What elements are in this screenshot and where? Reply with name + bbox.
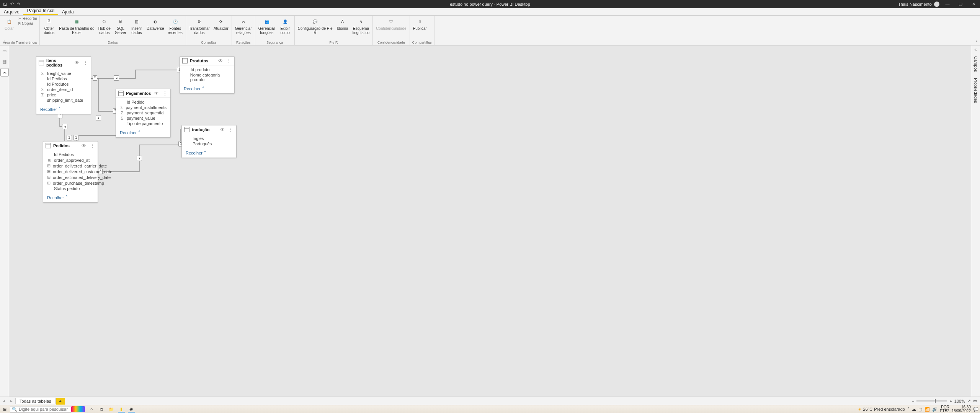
taskbar-search[interactable]: 🔍 Digite aqui para pesquisar [10, 406, 71, 413]
zoom-slider[interactable] [916, 400, 947, 402]
notifications-icon[interactable]: 💬 [973, 407, 978, 412]
table-field[interactable]: Σpayment_value [116, 115, 170, 121]
table-field[interactable]: Σorder_item_id [36, 87, 91, 92]
maximize-button[interactable]: ▢ [956, 2, 965, 7]
table-field[interactable]: Id produto [180, 67, 234, 72]
visibility-icon[interactable]: 👁 [219, 127, 225, 132]
qna-setup-button[interactable]: 💬Configuração de P e R [297, 16, 333, 36]
minimize-button[interactable]: — [942, 2, 952, 7]
data-view-icon[interactable]: ▦ [1, 58, 8, 65]
report-view-icon[interactable]: ▭ [1, 47, 8, 55]
table-field[interactable]: Σprice [36, 92, 91, 98]
table-field[interactable]: ⊞order_approved_at [43, 157, 98, 163]
news-widget-icon[interactable] [71, 406, 85, 412]
table-card-itens-pedidos[interactable]: Itens pedidos 👁 ⋮ Σfreight_value Id Pedi… [36, 56, 91, 114]
model-view-icon[interactable]: ⫘ [1, 68, 8, 76]
publish-button[interactable]: ⇪Publicar [412, 16, 428, 31]
fit-icon[interactable]: ⤢ [967, 398, 971, 403]
copy-button[interactable]: ⎘Copiar [18, 21, 37, 26]
table-field[interactable]: Σpayment_installments [116, 105, 170, 110]
collapse-link[interactable]: Recolher˄ [182, 148, 236, 158]
tabs-next-icon[interactable]: ▸ [8, 398, 15, 403]
table-field[interactable]: Id Pedidos [43, 152, 98, 157]
linguistic-schema-button[interactable]: AEsquema linguístico [352, 16, 370, 36]
collapse-link[interactable]: Recolher˄ [180, 84, 234, 93]
table-field[interactable]: Português [182, 141, 236, 146]
wifi-icon[interactable]: 📶 [924, 407, 930, 412]
table-field[interactable]: Nome categoria produto [180, 72, 234, 82]
collapse-link[interactable]: Recolher˄ [116, 128, 170, 137]
table-card-pedidos[interactable]: Pedidos 👁 ⋮ Id Pedidos ⊞order_approved_a… [43, 141, 98, 203]
onedrive-icon[interactable]: ☁ [912, 407, 916, 412]
table-field[interactable]: ⊞order_delivered_carrier_date [43, 163, 98, 169]
start-button[interactable]: ⊞ [0, 407, 9, 412]
battery-icon[interactable]: ▢ [918, 407, 922, 412]
language-button[interactable]: AIdioma [336, 16, 350, 31]
close-button[interactable]: ✕ [969, 2, 978, 7]
table-field[interactable]: Σpayment_sequential [116, 110, 170, 115]
layout-tab[interactable]: Todas as tabelas [15, 398, 56, 404]
table-field[interactable]: Σfreight_value [36, 71, 91, 76]
task-view-icon[interactable]: ⧉ [98, 406, 105, 413]
redo-icon[interactable]: ↷ [17, 2, 20, 7]
clock[interactable]: 16:39 15/09/2022 [952, 405, 971, 413]
more-icon[interactable]: ⋮ [162, 91, 168, 96]
menu-file[interactable]: Arquivo [0, 8, 23, 15]
data-hub-button[interactable]: ⎔Hub de dados [98, 16, 111, 36]
table-field[interactable]: ⊞order_estimated_delivery_date [43, 174, 98, 180]
collapse-link[interactable]: Recolher˄ [36, 104, 91, 114]
table-field[interactable]: ⊞order_delivered_customer_date [43, 169, 98, 174]
table-card-pagamentos[interactable]: Pagamentos 👁 ⋮ Id Pedido Σpayment_instal… [116, 89, 171, 138]
table-field[interactable]: Tipo de pagamento [116, 121, 170, 126]
weather-widget[interactable]: ☀ 26°C Pred ensolarado [858, 407, 905, 412]
expand-panes-icon[interactable]: « [974, 46, 977, 53]
visibility-icon[interactable]: 👁 [81, 143, 87, 148]
menu-home[interactable]: Página Inicial [23, 7, 58, 15]
cortana-icon[interactable]: ○ [88, 406, 95, 413]
chrome-icon[interactable]: ◉ [128, 406, 135, 413]
transform-data-button[interactable]: ⚙Transformar dados [188, 16, 211, 36]
properties-pane-tab[interactable]: Propriedades [973, 75, 978, 106]
explorer-icon[interactable]: 📁 [108, 406, 115, 413]
table-field[interactable]: ⊞order_purchase_timestamp [43, 180, 98, 186]
manage-relations-button[interactable]: ⫘Gerenciar relações [234, 16, 253, 36]
excel-button[interactable]: ▦Pasta de trabalho do Excel [58, 16, 95, 36]
refresh-button[interactable]: ⟳Atualizar [213, 16, 229, 31]
table-field[interactable]: Id Pedidos [36, 76, 91, 81]
volume-icon[interactable]: 🔊 [932, 407, 938, 412]
zoom-out-icon[interactable]: − [912, 399, 914, 403]
view-as-button[interactable]: 👤Exibir como [278, 16, 292, 36]
zoom-reset-icon[interactable]: ▭ [973, 398, 977, 403]
manage-roles-button[interactable]: 👥Gerenciar funções [258, 16, 276, 36]
more-icon[interactable]: ⋮ [89, 143, 95, 148]
sql-button[interactable]: 🛢SQL Server [114, 16, 127, 36]
table-field[interactable]: Status pedido [43, 186, 98, 191]
more-icon[interactable]: ⋮ [226, 58, 232, 63]
save-icon[interactable]: 🖫 [3, 2, 7, 7]
table-field[interactable]: Id Pedido [116, 99, 170, 105]
get-data-button[interactable]: 🗄Obter dados [42, 16, 56, 36]
powerbi-icon[interactable]: ▮ [118, 406, 125, 413]
more-icon[interactable]: ⋮ [82, 60, 88, 65]
menu-help[interactable]: Ajuda [58, 8, 78, 15]
table-card-produtos[interactable]: Produtos 👁 ⋮ Id produto Nome categoria p… [180, 56, 235, 94]
paste-button[interactable]: 📋 Colar [2, 16, 16, 31]
visibility-icon[interactable]: 👁 [217, 58, 224, 63]
model-canvas[interactable]: * ◂ 1 * ▴ * ◂ 1 1 * ▾ 1 Itens pedidos 👁 … [9, 46, 971, 397]
collapse-link[interactable]: Recolher˄ [43, 193, 98, 202]
more-icon[interactable]: ⋮ [228, 127, 234, 132]
visibility-icon[interactable]: 👁 [74, 60, 80, 65]
add-tab-button[interactable]: + [56, 398, 65, 405]
user-account[interactable]: Thais Nascimento [898, 2, 939, 7]
tabs-prev-icon[interactable]: ◂ [0, 398, 8, 403]
cut-button[interactable]: ✂Recortar [18, 16, 37, 21]
enter-data-button[interactable]: ▥Inserir dados [130, 16, 144, 36]
collapse-ribbon-icon[interactable]: ˄ [976, 40, 978, 44]
zoom-in-icon[interactable]: + [949, 399, 952, 403]
recent-sources-button[interactable]: 🕓Fontes recentes [167, 16, 183, 36]
table-field[interactable]: Inglês [182, 136, 236, 141]
tray-chevron-icon[interactable]: ˄ [907, 407, 910, 412]
dataverse-button[interactable]: ◐Dataverse [146, 16, 165, 31]
undo-icon[interactable]: ↶ [10, 2, 14, 7]
table-field[interactable]: Id Produtos [36, 81, 91, 87]
